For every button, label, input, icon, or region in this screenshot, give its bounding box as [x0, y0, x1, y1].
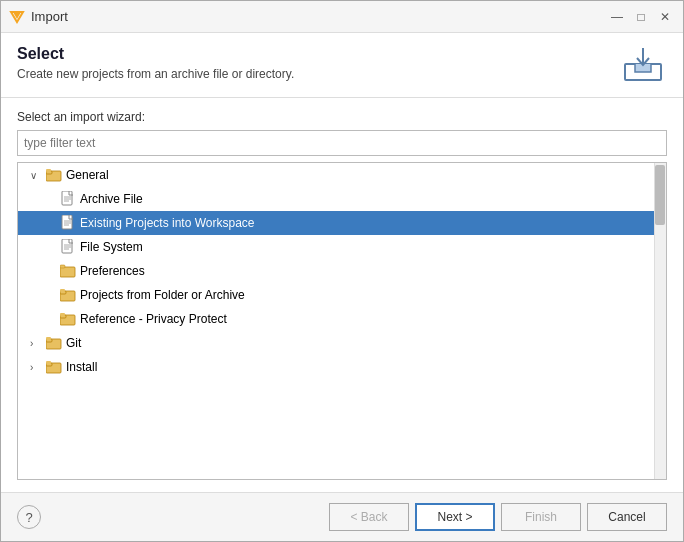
folder-icon	[60, 287, 76, 303]
maximize-button[interactable]: □	[631, 7, 651, 27]
close-button[interactable]: ✕	[655, 7, 675, 27]
svg-rect-23	[60, 289, 65, 292]
folder-icon	[60, 263, 76, 279]
file-icon	[60, 239, 76, 255]
svg-rect-32	[46, 361, 51, 364]
tree-container[interactable]: ∨ General Archive File Existing Projects…	[17, 162, 667, 480]
app-icon	[9, 9, 25, 25]
chevron-icon: ›	[30, 362, 44, 373]
tree-item-general[interactable]: ∨ General	[18, 163, 666, 187]
scrollbar-thumb[interactable]	[655, 165, 665, 225]
footer-buttons: < Back Next > Finish Cancel	[329, 503, 667, 531]
title-bar: Import — □ ✕	[1, 1, 683, 33]
svg-rect-11	[62, 215, 72, 229]
item-label: Git	[66, 336, 81, 350]
tree-item-git[interactable]: › Git	[18, 331, 666, 355]
item-label: Archive File	[80, 192, 143, 206]
item-label: Preferences	[80, 264, 145, 278]
tree-item-preferences[interactable]: Preferences	[18, 259, 666, 283]
svg-rect-29	[46, 337, 51, 340]
scrollbar-track[interactable]	[654, 163, 666, 479]
file-icon	[60, 215, 76, 231]
folder-icon	[60, 311, 76, 327]
footer-section: ? < Back Next > Finish Cancel	[1, 492, 683, 541]
item-label: Install	[66, 360, 97, 374]
tree-item-projects-folder[interactable]: Projects from Folder or Archive	[18, 283, 666, 307]
header-title: Select	[17, 45, 294, 63]
main-window: Import — □ ✕ Select Create new projects …	[0, 0, 684, 542]
content-section: Select an import wizard: ∨ General Archi…	[1, 98, 683, 492]
header-text: Select Create new projects from an archi…	[17, 45, 294, 81]
filter-label: Select an import wizard:	[17, 110, 667, 124]
filter-input[interactable]	[17, 130, 667, 156]
tree-item-existing-projects[interactable]: Existing Projects into Workspace	[18, 211, 666, 235]
item-label: Reference - Privacy Protect	[80, 312, 227, 326]
window-controls: — □ ✕	[607, 7, 675, 27]
header-description: Create new projects from an archive file…	[17, 67, 294, 81]
file-icon	[60, 191, 76, 207]
minimize-button[interactable]: —	[607, 7, 627, 27]
tree-item-reference-privacy[interactable]: Reference - Privacy Protect	[18, 307, 666, 331]
chevron-icon: ›	[30, 338, 44, 349]
next-button[interactable]: Next >	[415, 503, 495, 531]
import-icon	[619, 45, 667, 85]
tree-item-file-system[interactable]: File System	[18, 235, 666, 259]
tree-item-install[interactable]: › Install	[18, 355, 666, 379]
finish-button[interactable]: Finish	[501, 503, 581, 531]
svg-rect-7	[62, 191, 72, 205]
window-title: Import	[31, 9, 607, 24]
tree-item-archive-file[interactable]: Archive File	[18, 187, 666, 211]
svg-rect-15	[62, 239, 72, 253]
folder-icon	[46, 167, 62, 183]
svg-rect-19	[60, 267, 75, 277]
svg-rect-26	[60, 313, 65, 316]
header-section: Select Create new projects from an archi…	[1, 33, 683, 98]
cancel-button[interactable]: Cancel	[587, 503, 667, 531]
item-label: Existing Projects into Workspace	[80, 216, 255, 230]
item-label: General	[66, 168, 109, 182]
svg-rect-20	[60, 265, 65, 268]
item-label: Projects from Folder or Archive	[80, 288, 245, 302]
back-button[interactable]: < Back	[329, 503, 409, 531]
chevron-icon: ∨	[30, 170, 44, 181]
help-button[interactable]: ?	[17, 505, 41, 529]
folder-icon	[46, 359, 62, 375]
item-label: File System	[80, 240, 143, 254]
folder-icon	[46, 335, 62, 351]
svg-rect-6	[46, 169, 51, 172]
